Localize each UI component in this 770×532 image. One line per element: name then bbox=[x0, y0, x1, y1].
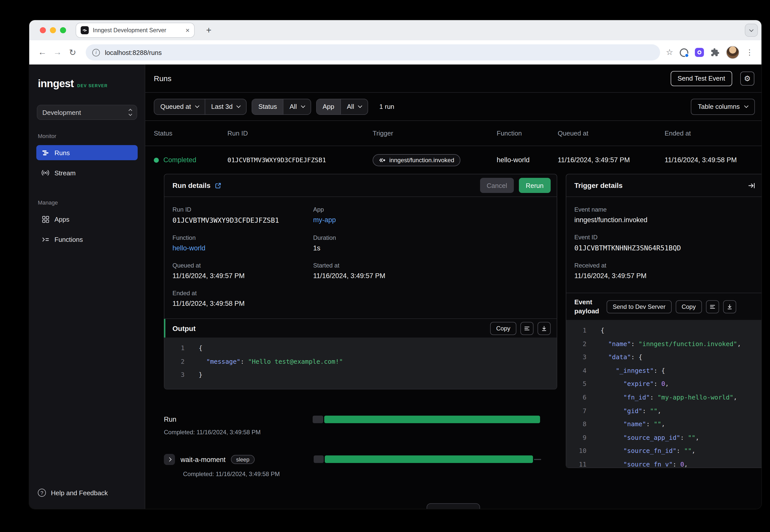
field-received-at: Received at 11/16/2024, 3:49:57 PM bbox=[574, 262, 753, 280]
environment-select[interactable]: Development bbox=[37, 105, 137, 120]
word-wrap-icon[interactable] bbox=[520, 322, 533, 335]
ended-at-cell: 11/16/2024, 3:49:58 PM bbox=[665, 156, 761, 164]
table-header-row: Status Run ID Trigger Function Queued at… bbox=[145, 121, 761, 146]
site-info-icon[interactable]: i bbox=[92, 49, 100, 56]
function-cell: hello-world bbox=[497, 156, 558, 164]
sidebar-item-apps[interactable]: Apps bbox=[36, 212, 138, 227]
field-run-id: Run ID 01JCVBTMV3WXY9D3CFDEJFZSB1 bbox=[172, 206, 313, 224]
browser-toolbar: ← → ↻ i localhost:8288/runs ☆ ⋮ bbox=[29, 40, 761, 64]
tab-strip-chevron-button[interactable] bbox=[745, 24, 758, 37]
status-filter-label: Status bbox=[252, 99, 283, 114]
external-link-icon[interactable] bbox=[215, 182, 222, 189]
profile-avatar[interactable] bbox=[726, 46, 739, 59]
copy-output-button[interactable]: Copy bbox=[490, 322, 516, 335]
close-window-button[interactable] bbox=[40, 27, 46, 33]
browser-menu-icon[interactable]: ⋮ bbox=[746, 48, 753, 57]
app-filter-label: App bbox=[316, 99, 340, 114]
step-name: wait-a-moment bbox=[180, 456, 226, 463]
environment-select-value: Development bbox=[42, 109, 81, 116]
sidebar-item-functions[interactable]: Functions bbox=[36, 232, 138, 247]
copy-payload-button[interactable]: Copy bbox=[676, 300, 702, 313]
field-duration: Duration 1s bbox=[313, 234, 548, 252]
forward-button[interactable]: → bbox=[50, 45, 64, 59]
settings-gear-button[interactable]: ⚙ bbox=[740, 71, 754, 85]
chevron-down-icon bbox=[195, 104, 199, 108]
password-extension-icon[interactable] bbox=[695, 48, 704, 57]
minimize-window-button[interactable] bbox=[50, 27, 56, 33]
reload-button[interactable]: ↻ bbox=[65, 45, 80, 59]
tab-title: Inngest Development Server bbox=[93, 27, 181, 33]
field-app: App my-app bbox=[313, 206, 548, 224]
timeline-run-bar[interactable] bbox=[313, 416, 540, 423]
chevron-right-icon bbox=[167, 457, 171, 462]
trigger-details-title: Trigger details bbox=[574, 181, 623, 189]
help-and-feedback[interactable]: ? Help and Feedback bbox=[29, 489, 145, 509]
event-payload-header: Event payload Send to Dev Server Copy bbox=[566, 293, 761, 320]
back-button[interactable]: ← bbox=[35, 45, 49, 59]
privacy-extension-icon[interactable] bbox=[680, 48, 688, 57]
run-details-title: Run details bbox=[172, 181, 211, 189]
functions-icon bbox=[41, 235, 49, 243]
status-filter-value[interactable]: All bbox=[283, 99, 310, 114]
scroll-to-bottom-icon[interactable] bbox=[537, 322, 551, 335]
filter-bar: Queued at Last 3d Status All App bbox=[145, 93, 761, 121]
expand-step-button[interactable] bbox=[164, 454, 175, 465]
queued-at-cell: 11/16/2024, 3:49:57 PM bbox=[558, 156, 665, 164]
expanded-run-details: Run details Cancel Rerun bbox=[145, 174, 761, 496]
collapse-panel-icon[interactable] bbox=[748, 182, 755, 189]
sidebar-item-stream[interactable]: Stream bbox=[36, 165, 138, 180]
scroll-indicator-pill[interactable] bbox=[427, 503, 480, 509]
send-to-dev-server-button[interactable]: Send to Dev Server bbox=[607, 300, 672, 313]
time-range-filter[interactable]: Last 3d bbox=[205, 99, 246, 114]
word-wrap-icon[interactable] bbox=[706, 300, 719, 313]
browser-tab[interactable]: Inngest Development Server × bbox=[76, 23, 195, 38]
browser-window: Inngest Development Server × + ← → ↻ i l… bbox=[29, 20, 761, 509]
cancel-button[interactable]: Cancel bbox=[480, 178, 513, 193]
time-range-label: Last 3d bbox=[211, 103, 233, 110]
step-type-badge: sleep bbox=[231, 455, 255, 464]
app-filter-value[interactable]: All bbox=[340, 99, 368, 114]
field-started-at: Started at 11/16/2024, 3:49:57 PM bbox=[313, 262, 548, 280]
tab-close-icon[interactable]: × bbox=[185, 27, 189, 34]
new-tab-button[interactable]: + bbox=[203, 24, 215, 36]
sidebar-item-runs[interactable]: Runs bbox=[36, 145, 138, 160]
app-filter-group: App All bbox=[316, 98, 368, 115]
status-cell: Completed bbox=[154, 156, 228, 164]
toolbar-right-icons: ☆ ⋮ bbox=[666, 46, 753, 59]
apps-icon bbox=[41, 215, 49, 223]
scroll-to-bottom-icon[interactable] bbox=[723, 300, 736, 313]
gear-icon: ⚙ bbox=[744, 74, 751, 83]
column-header-run-id: Run ID bbox=[228, 129, 373, 137]
timeline-run-completed: Completed: 11/16/2024, 3:49:58 PM bbox=[164, 429, 557, 436]
run-id-cell: 01JCVBTMV3WXY9D3CFDEJFZSB1 bbox=[228, 156, 373, 164]
send-test-event-button[interactable]: Send Test Event bbox=[670, 71, 732, 86]
address-bar[interactable]: i localhost:8288/runs bbox=[86, 44, 660, 60]
column-header-trigger: Trigger bbox=[373, 129, 497, 137]
rerun-button[interactable]: Rerun bbox=[519, 178, 551, 193]
run-details-card: Run details Cancel Rerun bbox=[164, 174, 557, 389]
table-row[interactable]: Completed 01JCVBTMV3WXY9D3CFDEJFZSB1 inn… bbox=[145, 146, 761, 174]
event-payload-title: Event payload bbox=[574, 298, 603, 315]
app-link[interactable]: my-app bbox=[313, 216, 548, 224]
trigger-pill[interactable]: inngest/function.invoked bbox=[373, 154, 460, 166]
field-function: Function hello-world bbox=[172, 234, 313, 252]
page-header: Runs Send Test Event ⚙ bbox=[145, 64, 761, 93]
page-title: Runs bbox=[154, 74, 171, 83]
status-filter-group: Status All bbox=[252, 98, 311, 115]
maximize-window-button[interactable] bbox=[60, 27, 66, 33]
trigger-details-fields: Event name inngest/function.invoked Even… bbox=[566, 197, 761, 293]
help-label: Help and Feedback bbox=[51, 489, 108, 496]
manage-section-label: Manage bbox=[38, 199, 145, 206]
bookmark-star-icon[interactable]: ☆ bbox=[666, 48, 673, 56]
help-icon: ? bbox=[38, 489, 46, 497]
timeline-step-bar[interactable] bbox=[314, 455, 541, 463]
field-ended-at: Ended at 11/16/2024, 3:49:58 PM bbox=[172, 290, 313, 307]
table-columns-button[interactable]: Table columns bbox=[691, 98, 755, 115]
column-header-queued-at: Queued at bbox=[558, 129, 665, 137]
chevron-down-icon bbox=[301, 104, 305, 108]
queued-at-filter[interactable]: Queued at bbox=[154, 99, 205, 114]
extensions-puzzle-icon[interactable] bbox=[711, 48, 720, 57]
sidebar-item-label: Apps bbox=[54, 215, 69, 223]
sidebar-item-label: Runs bbox=[54, 149, 70, 156]
function-link[interactable]: hello-world bbox=[172, 244, 313, 252]
